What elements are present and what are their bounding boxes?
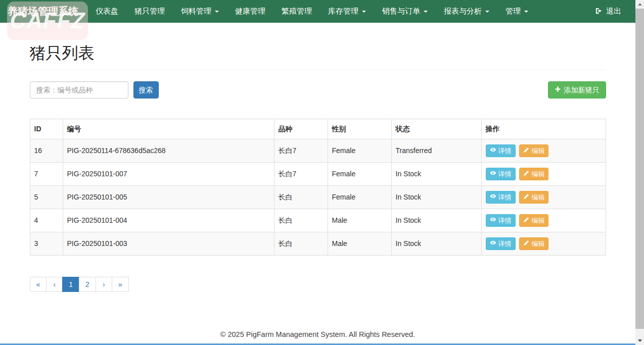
edit-button[interactable]: 编辑 bbox=[519, 214, 548, 227]
nav-item-label: 库存管理 bbox=[328, 7, 358, 16]
cell-gender: Female bbox=[328, 139, 391, 162]
toolbar: 搜索 添加新猪只 bbox=[30, 81, 606, 98]
edit-button-label: 编辑 bbox=[531, 170, 544, 178]
cell-id: 16 bbox=[30, 139, 63, 162]
eye-icon bbox=[490, 216, 496, 225]
cell-actions: 详情 编辑 bbox=[481, 185, 606, 209]
eye-icon bbox=[490, 146, 496, 155]
search-group: 搜索 bbox=[30, 81, 159, 98]
scrollbar-thumb[interactable] bbox=[635, 9, 644, 329]
add-pig-button-label: 添加新猪只 bbox=[564, 85, 600, 95]
nav-item-label: 健康管理 bbox=[235, 7, 265, 16]
pagination-item[interactable]: 1 bbox=[62, 277, 79, 292]
pencil-icon bbox=[523, 216, 529, 225]
eye-icon bbox=[490, 239, 496, 248]
pagination: « ‹ 1 2 › » bbox=[30, 277, 129, 292]
cell-code: PIG-20250114-678636d5ac268 bbox=[63, 139, 274, 162]
main-area: 猪只列表 搜索 添加新猪只 bbox=[0, 42, 635, 345]
scroll-down-button[interactable] bbox=[635, 336, 644, 345]
detail-button[interactable]: 详情 bbox=[486, 214, 516, 227]
header-gender: 性别 bbox=[328, 119, 391, 139]
scroll-up-button[interactable] bbox=[635, 0, 644, 9]
footer: © 2025 PigFarm Management System. All Ri… bbox=[30, 330, 606, 345]
detail-button-label: 详情 bbox=[498, 193, 512, 202]
header-id: ID bbox=[30, 119, 63, 139]
detail-button[interactable]: 详情 bbox=[486, 191, 516, 204]
table-header-row: ID 编号 品种 性别 状态 操作 bbox=[30, 119, 606, 139]
pagination-item[interactable]: › bbox=[96, 277, 112, 292]
pig-table: ID 编号 品种 性别 状态 操作 16 PIG-20250114-678636… bbox=[30, 119, 606, 256]
nav-item-label: 仪表盘 bbox=[96, 7, 118, 16]
search-button[interactable]: 搜索 bbox=[133, 81, 159, 98]
chevron-down-icon bbox=[215, 11, 219, 13]
nav-item[interactable]: 销售与订单 bbox=[374, 0, 436, 23]
pencil-icon bbox=[523, 170, 529, 178]
pagination-item-label: › bbox=[103, 280, 105, 288]
table-row: 16 PIG-20250114-678636d5ac268 长白7 Female… bbox=[30, 139, 606, 162]
page-title: 猪只列表 bbox=[30, 42, 606, 70]
chevron-down-icon bbox=[362, 11, 366, 13]
nav-item[interactable]: 报表与分析 bbox=[436, 0, 497, 23]
app-brand[interactable]: 养猪场管理系统 bbox=[8, 0, 87, 23]
edit-button[interactable]: 编辑 bbox=[519, 168, 548, 180]
detail-button[interactable]: 详情 bbox=[486, 237, 516, 250]
cell-id: 5 bbox=[30, 185, 63, 209]
edit-button[interactable]: 编辑 bbox=[519, 144, 548, 157]
table-row: 3 PIG-20250101-003 长白 Male In Stock bbox=[30, 232, 606, 255]
cell-code: PIG-20250101-007 bbox=[63, 162, 274, 185]
vertical-scrollbar[interactable] bbox=[635, 0, 644, 345]
cell-gender: Female bbox=[328, 162, 391, 185]
header-breed: 品种 bbox=[274, 119, 328, 139]
cell-breed: 长白 bbox=[274, 185, 328, 209]
pagination-item[interactable]: « bbox=[30, 277, 47, 292]
cell-gender: Female bbox=[328, 185, 391, 209]
cell-breed: 长白 bbox=[274, 209, 328, 232]
edit-button[interactable]: 编辑 bbox=[519, 191, 548, 204]
pencil-icon bbox=[523, 239, 529, 248]
pagination-item[interactable]: ‹ bbox=[46, 277, 63, 292]
nav-item-label: 繁殖管理 bbox=[282, 7, 312, 16]
nav-item-label: 销售与订单 bbox=[382, 7, 420, 16]
detail-button[interactable]: 详情 bbox=[486, 144, 516, 157]
pagination-item[interactable]: 2 bbox=[79, 277, 96, 292]
pagination-item-label: ‹ bbox=[53, 280, 56, 288]
pencil-icon bbox=[523, 146, 529, 155]
pencil-icon bbox=[523, 193, 529, 202]
pagination-item-label: « bbox=[36, 280, 40, 288]
edit-button[interactable]: 编辑 bbox=[519, 237, 548, 250]
eye-icon bbox=[490, 193, 496, 202]
nav-item-label: 管理 bbox=[505, 7, 521, 16]
edit-button-label: 编辑 bbox=[531, 146, 544, 155]
nav-item[interactable]: 猪只管理 bbox=[126, 0, 173, 23]
cell-id: 7 bbox=[30, 162, 63, 185]
detail-button-label: 详情 bbox=[498, 216, 512, 225]
nav-item[interactable]: 仪表盘 bbox=[87, 0, 126, 23]
cell-actions: 详情 编辑 bbox=[481, 162, 606, 185]
plus-icon bbox=[555, 85, 561, 95]
detail-button-label: 详情 bbox=[498, 170, 512, 178]
nav-item[interactable]: 饲料管理 bbox=[173, 0, 227, 23]
detail-button-label: 详情 bbox=[498, 146, 512, 155]
table-row: 5 PIG-20250101-005 长白 Female In Stock bbox=[30, 185, 606, 209]
top-navbar: 养猪场管理系统 仪表盘 猪只管理 饲料管理 健康管理 繁殖管理 bbox=[0, 0, 635, 23]
logout-button[interactable]: 退出 bbox=[595, 0, 635, 23]
nav-item[interactable]: 健康管理 bbox=[227, 0, 273, 23]
arrow-down-icon bbox=[638, 339, 642, 342]
nav-item-label: 猪只管理 bbox=[134, 7, 165, 16]
sign-out-icon bbox=[595, 7, 603, 16]
chevron-down-icon bbox=[524, 11, 528, 13]
nav-item[interactable]: 繁殖管理 bbox=[273, 0, 320, 23]
logout-label: 退出 bbox=[606, 7, 621, 16]
copyright-text: © 2025 PigFarm Management System. All Ri… bbox=[30, 330, 606, 338]
detail-button[interactable]: 详情 bbox=[486, 168, 516, 180]
search-input[interactable] bbox=[30, 81, 128, 98]
edit-button-label: 编辑 bbox=[531, 193, 544, 202]
edit-button-label: 编辑 bbox=[531, 216, 544, 225]
add-pig-button[interactable]: 添加新猪只 bbox=[548, 81, 606, 98]
pagination-item[interactable]: » bbox=[112, 277, 129, 292]
header-status: 状态 bbox=[391, 119, 481, 139]
cell-actions: 详情 编辑 bbox=[481, 209, 606, 232]
pagination-item-label: » bbox=[118, 280, 122, 288]
nav-item[interactable]: 管理 bbox=[497, 0, 536, 23]
nav-item[interactable]: 库存管理 bbox=[320, 0, 374, 23]
